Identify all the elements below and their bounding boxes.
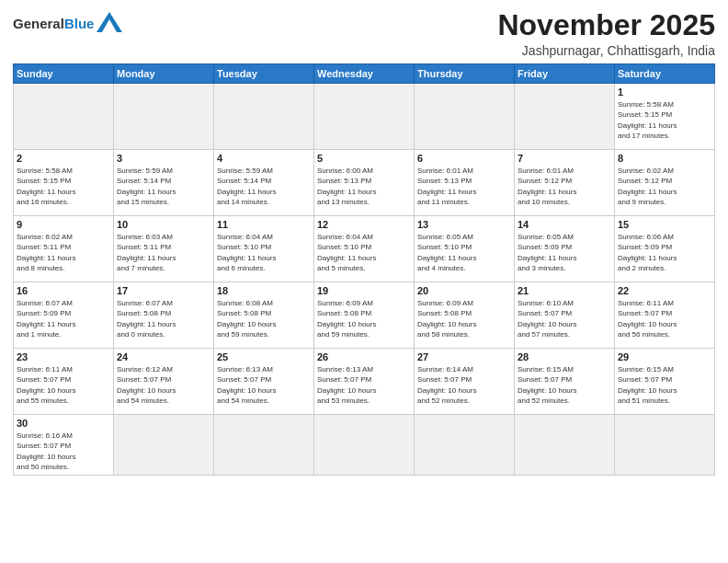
day-info: Sunrise: 6:00 AM Sunset: 5:13 PM Dayligh… [317, 166, 411, 207]
logo-area: General Blue [13, 9, 122, 33]
day-number: 5 [317, 153, 411, 164]
table-row [14, 84, 114, 150]
calendar-week-row: 2Sunrise: 5:58 AM Sunset: 5:15 PM Daylig… [14, 150, 715, 216]
day-info: Sunrise: 6:08 AM Sunset: 5:08 PM Dayligh… [217, 298, 311, 339]
table-row: 9Sunrise: 6:02 AM Sunset: 5:11 PM Daylig… [14, 216, 114, 282]
calendar-week-row: 23Sunrise: 6:11 AM Sunset: 5:07 PM Dayli… [14, 349, 715, 415]
day-info: Sunrise: 6:07 AM Sunset: 5:08 PM Dayligh… [117, 298, 210, 339]
table-row [114, 84, 214, 150]
day-number: 10 [117, 219, 210, 230]
table-row [515, 84, 615, 150]
table-row [114, 415, 214, 476]
table-row: 4Sunrise: 5:59 AM Sunset: 5:14 PM Daylig… [214, 150, 314, 216]
day-number: 2 [17, 153, 110, 164]
table-row: 30Sunrise: 6:16 AM Sunset: 5:07 PM Dayli… [14, 415, 114, 476]
table-row: 22Sunrise: 6:11 AM Sunset: 5:07 PM Dayli… [615, 282, 715, 349]
day-info: Sunrise: 6:09 AM Sunset: 5:08 PM Dayligh… [317, 298, 411, 339]
day-number: 8 [618, 153, 711, 164]
day-number: 20 [417, 285, 511, 296]
day-info: Sunrise: 6:05 AM Sunset: 5:09 PM Dayligh… [518, 232, 611, 273]
table-row: 2Sunrise: 5:58 AM Sunset: 5:15 PM Daylig… [14, 150, 114, 216]
table-row: 14Sunrise: 6:05 AM Sunset: 5:09 PM Dayli… [515, 216, 615, 282]
day-info: Sunrise: 6:13 AM Sunset: 5:07 PM Dayligh… [217, 364, 311, 406]
table-row [415, 415, 515, 476]
day-number: 14 [518, 219, 611, 230]
day-number: 28 [518, 351, 611, 362]
col-wednesday: Wednesday [314, 64, 415, 84]
header: General Blue November 2025 Jashpurnagar,… [13, 9, 715, 58]
day-info: Sunrise: 5:58 AM Sunset: 5:15 PM Dayligh… [618, 99, 711, 141]
day-info: Sunrise: 6:02 AM Sunset: 5:12 PM Dayligh… [618, 166, 711, 207]
day-number: 18 [217, 285, 311, 296]
day-info: Sunrise: 6:05 AM Sunset: 5:10 PM Dayligh… [417, 232, 511, 273]
table-row [214, 415, 314, 476]
day-info: Sunrise: 6:04 AM Sunset: 5:10 PM Dayligh… [317, 232, 411, 273]
calendar-table: Sunday Monday Tuesday Wednesday Thursday… [13, 63, 715, 476]
table-row: 5Sunrise: 6:00 AM Sunset: 5:13 PM Daylig… [314, 150, 415, 216]
table-row: 12Sunrise: 6:04 AM Sunset: 5:10 PM Dayli… [314, 216, 415, 282]
logo-blue-text: Blue [64, 16, 95, 31]
day-info: Sunrise: 6:06 AM Sunset: 5:09 PM Dayligh… [618, 232, 711, 273]
table-row: 19Sunrise: 6:09 AM Sunset: 5:08 PM Dayli… [314, 282, 415, 349]
day-number: 21 [518, 285, 611, 296]
table-row: 7Sunrise: 6:01 AM Sunset: 5:12 PM Daylig… [515, 150, 615, 216]
col-friday: Friday [515, 64, 615, 84]
logo: General Blue [13, 13, 122, 33]
day-info: Sunrise: 5:59 AM Sunset: 5:14 PM Dayligh… [217, 166, 311, 207]
col-monday: Monday [114, 64, 214, 84]
table-row: 27Sunrise: 6:14 AM Sunset: 5:07 PM Dayli… [415, 349, 515, 415]
table-row [415, 84, 515, 150]
table-row: 16Sunrise: 6:07 AM Sunset: 5:09 PM Dayli… [14, 282, 114, 349]
table-row: 28Sunrise: 6:15 AM Sunset: 5:07 PM Dayli… [515, 349, 615, 415]
day-number: 13 [417, 219, 511, 230]
logo-icon [97, 12, 122, 32]
day-number: 26 [317, 351, 411, 362]
table-row: 3Sunrise: 5:59 AM Sunset: 5:14 PM Daylig… [114, 150, 214, 216]
title-area: November 2025 Jashpurnagar, Chhattisgarh… [497, 9, 715, 58]
day-number: 25 [217, 351, 311, 362]
day-info: Sunrise: 6:01 AM Sunset: 5:12 PM Dayligh… [518, 166, 611, 207]
day-info: Sunrise: 5:58 AM Sunset: 5:15 PM Dayligh… [17, 166, 110, 207]
day-info: Sunrise: 6:15 AM Sunset: 5:07 PM Dayligh… [618, 364, 711, 406]
day-number: 24 [117, 351, 210, 362]
col-tuesday: Tuesday [214, 64, 314, 84]
day-number: 15 [618, 219, 711, 230]
day-info: Sunrise: 6:10 AM Sunset: 5:07 PM Dayligh… [518, 298, 611, 339]
day-number: 16 [17, 285, 110, 296]
day-info: Sunrise: 6:11 AM Sunset: 5:07 PM Dayligh… [17, 364, 110, 406]
table-row: 10Sunrise: 6:03 AM Sunset: 5:11 PM Dayli… [114, 216, 214, 282]
day-number: 3 [117, 153, 210, 164]
table-row: 21Sunrise: 6:10 AM Sunset: 5:07 PM Dayli… [515, 282, 615, 349]
day-info: Sunrise: 6:03 AM Sunset: 5:11 PM Dayligh… [117, 232, 210, 273]
table-row [515, 415, 615, 476]
day-number: 11 [217, 219, 311, 230]
day-info: Sunrise: 6:09 AM Sunset: 5:08 PM Dayligh… [417, 298, 511, 339]
table-row [615, 415, 715, 476]
day-number: 17 [117, 285, 210, 296]
day-number: 19 [317, 285, 411, 296]
day-info: Sunrise: 6:01 AM Sunset: 5:13 PM Dayligh… [417, 166, 511, 207]
calendar-week-row: 30Sunrise: 6:16 AM Sunset: 5:07 PM Dayli… [14, 415, 715, 476]
col-thursday: Thursday [415, 64, 515, 84]
day-info: Sunrise: 6:11 AM Sunset: 5:07 PM Dayligh… [618, 298, 711, 339]
table-row: 23Sunrise: 6:11 AM Sunset: 5:07 PM Dayli… [14, 349, 114, 415]
day-info: Sunrise: 6:02 AM Sunset: 5:11 PM Dayligh… [17, 232, 110, 273]
table-row: 11Sunrise: 6:04 AM Sunset: 5:10 PM Dayli… [214, 216, 314, 282]
location-subtitle: Jashpurnagar, Chhattisgarh, India [497, 43, 715, 58]
calendar-header-row: Sunday Monday Tuesday Wednesday Thursday… [14, 64, 715, 84]
day-number: 27 [417, 351, 511, 362]
table-row [314, 415, 415, 476]
day-info: Sunrise: 6:16 AM Sunset: 5:07 PM Dayligh… [17, 431, 110, 472]
day-number: 30 [17, 418, 110, 429]
day-number: 12 [317, 219, 411, 230]
table-row: 17Sunrise: 6:07 AM Sunset: 5:08 PM Dayli… [114, 282, 214, 349]
month-year-title: November 2025 [497, 9, 715, 41]
day-number: 9 [17, 219, 110, 230]
calendar-week-row: 16Sunrise: 6:07 AM Sunset: 5:09 PM Dayli… [14, 282, 715, 349]
calendar-page: General Blue November 2025 Jashpurnagar,… [0, 0, 728, 563]
day-info: Sunrise: 6:12 AM Sunset: 5:07 PM Dayligh… [117, 364, 210, 406]
table-row: 13Sunrise: 6:05 AM Sunset: 5:10 PM Dayli… [415, 216, 515, 282]
day-number: 23 [17, 351, 110, 362]
table-row: 26Sunrise: 6:13 AM Sunset: 5:07 PM Dayli… [314, 349, 415, 415]
table-row: 18Sunrise: 6:08 AM Sunset: 5:08 PM Dayli… [214, 282, 314, 349]
